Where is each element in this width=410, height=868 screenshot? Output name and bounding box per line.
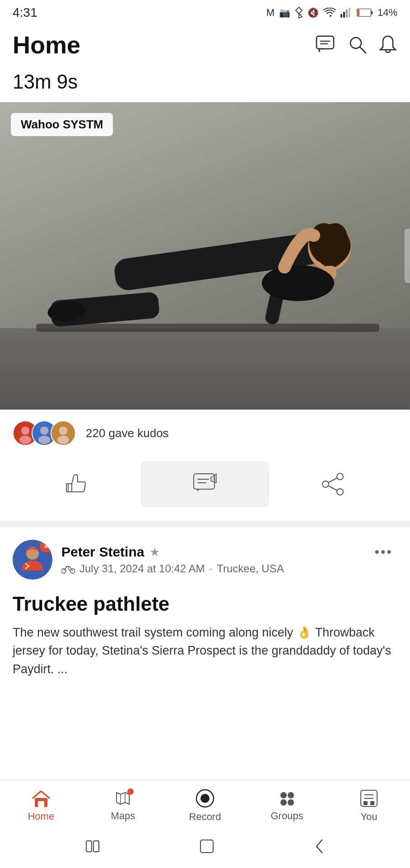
post-meta: July 31, 2024 at 10:42 AM · Truckee, USA	[61, 562, 284, 575]
bn-home-icon	[31, 789, 51, 808]
post-location-dot: ·	[210, 562, 213, 575]
bn-maps[interactable]: Maps	[82, 780, 164, 828]
recents-icon	[85, 840, 100, 853]
svg-point-27	[59, 426, 68, 435]
svg-point-25	[38, 436, 50, 444]
bn-you-label: You	[361, 811, 377, 823]
bn-groups-label: Groups	[271, 810, 303, 822]
all-bottom-bars: Home Maps Record	[0, 780, 410, 868]
svg-point-65	[200, 794, 210, 803]
status-icons: M 📷 🔇	[266, 7, 397, 19]
bn-home-label: Home	[28, 811, 54, 822]
svg-line-11	[360, 47, 366, 53]
bn-you-icon	[359, 788, 379, 808]
post-avatar[interactable]: »	[13, 540, 52, 580]
svg-point-28	[57, 436, 69, 444]
system-navigation	[0, 828, 410, 868]
timer-section: 13m 9s	[0, 66, 410, 102]
svg-point-34	[337, 473, 343, 480]
bn-record-label: Record	[189, 811, 221, 823]
svg-rect-61	[38, 801, 44, 807]
sys-home-button[interactable]	[191, 835, 222, 858]
post-card: » Peter Stetina ★	[0, 527, 410, 691]
svg-rect-12	[36, 324, 379, 332]
bn-groups[interactable]: Groups	[246, 780, 328, 828]
follower-badge: »	[40, 540, 52, 552]
kudos-count: 220 gave kudos	[86, 426, 169, 440]
timer-display: 13m 9s	[13, 71, 78, 93]
home-gesture-icon	[199, 838, 215, 854]
wahoo-badge: Wahoo SYSTM	[11, 113, 113, 136]
bn-you[interactable]: You	[328, 780, 410, 828]
svg-rect-5	[358, 9, 359, 16]
sys-back-button[interactable]	[307, 835, 332, 858]
bike-icon	[61, 564, 75, 574]
message-button[interactable]	[315, 35, 337, 55]
plank-figure	[23, 161, 393, 351]
battery-icon	[357, 9, 373, 17]
post-author-info: Peter Stetina ★ July 31, 2024 at 10:42	[61, 544, 284, 575]
svg-rect-74	[370, 801, 374, 805]
author-name: Peter Stetina	[61, 544, 144, 560]
sys-recents-button[interactable]	[78, 836, 107, 856]
signal-icon	[340, 8, 352, 18]
svg-rect-75	[86, 841, 92, 852]
like-button[interactable]	[13, 461, 141, 507]
post-location: Truckee, USA	[217, 562, 284, 575]
bluetooth-icon	[295, 7, 303, 19]
comment-button[interactable]	[141, 461, 269, 507]
svg-point-68	[280, 799, 287, 806]
share-button[interactable]	[269, 461, 397, 507]
workout-card[interactable]: Wahoo SYSTM	[0, 102, 410, 410]
post-header: » Peter Stetina ★	[13, 540, 397, 580]
svg-rect-73	[363, 801, 368, 805]
svg-rect-76	[93, 841, 99, 852]
svg-point-69	[288, 799, 294, 806]
author-name-row: Peter Stetina ★	[61, 544, 284, 560]
more-options-button[interactable]: •••	[370, 540, 397, 564]
bn-maps-label: Maps	[111, 810, 135, 822]
status-time: 4:31	[13, 5, 37, 20]
svg-point-35	[322, 481, 329, 487]
svg-point-19	[262, 265, 334, 301]
section-divider	[0, 521, 410, 527]
svg-rect-6	[371, 11, 373, 14]
svg-point-36	[337, 489, 343, 495]
thumbs-up-icon	[65, 472, 89, 496]
comment-icon	[192, 472, 218, 496]
status-bar: 4:31 M 📷 🔇	[0, 0, 410, 24]
post-title: Truckee pathlete	[13, 592, 397, 616]
bottom-nav-bar: Home Maps Record	[0, 780, 410, 828]
share-icon	[321, 472, 345, 496]
svg-rect-2	[346, 9, 348, 18]
battery-percent: 14%	[377, 7, 397, 19]
app-header: Home	[0, 24, 410, 66]
svg-text:»: »	[44, 542, 48, 550]
mute-icon: 🔇	[308, 7, 319, 18]
svg-point-24	[40, 426, 49, 435]
svg-line-37	[329, 478, 337, 482]
notification-button[interactable]	[378, 34, 397, 55]
bn-record-icon	[195, 788, 215, 808]
bn-record[interactable]: Record	[164, 780, 246, 828]
bn-groups-icon	[277, 789, 297, 807]
kudos-avatars	[13, 420, 70, 446]
search-button[interactable]	[348, 35, 368, 55]
bottom-spacer	[0, 691, 410, 790]
svg-rect-77	[200, 840, 213, 853]
post-date: July 31, 2024 at 10:42 AM	[79, 562, 205, 575]
kudos-avatar-3	[51, 420, 76, 446]
svg-point-22	[19, 436, 31, 444]
bn-home[interactable]: Home	[0, 780, 82, 828]
svg-point-66	[280, 792, 287, 798]
svg-rect-1	[343, 12, 345, 18]
svg-rect-29	[66, 484, 72, 492]
svg-rect-0	[340, 14, 342, 18]
svg-rect-3	[349, 8, 350, 18]
post-author-row: » Peter Stetina ★	[13, 540, 284, 580]
svg-rect-7	[317, 36, 334, 49]
svg-line-38	[329, 486, 337, 491]
scroll-indicator	[405, 229, 410, 283]
video-icon: 📷	[279, 7, 290, 18]
page-title: Home	[13, 31, 80, 59]
